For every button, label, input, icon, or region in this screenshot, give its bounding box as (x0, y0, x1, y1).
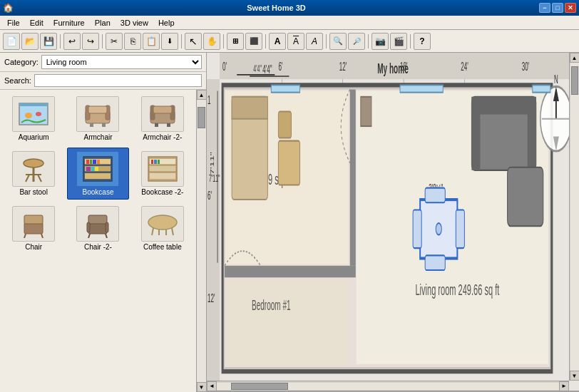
vscroll-bar[interactable]: ▲ ▼ (569, 53, 579, 381)
hscroll-bar[interactable]: ◄ ► (207, 381, 569, 391)
menu-help[interactable]: Help (154, 17, 179, 29)
svg-text:12': 12' (207, 292, 215, 305)
furniture-item-chair[interactable]: Chair (3, 202, 64, 254)
svg-rect-27 (86, 160, 89, 164)
video-button[interactable]: 🎬 (390, 33, 407, 50)
furniture-scrollbar[interactable]: ▲ ▼ (196, 90, 206, 392)
open-button[interactable]: 📂 (21, 33, 39, 50)
svg-rect-14 (155, 123, 158, 127)
chair-icon (12, 206, 55, 242)
search-bar: Search: (0, 72, 206, 90)
barstool-icon (12, 151, 55, 187)
menu-3dview[interactable]: 3D view (116, 17, 153, 29)
menu-edit[interactable]: Edit (26, 17, 48, 29)
svg-rect-83 (225, 279, 349, 364)
paste-button[interactable]: 📋 (143, 33, 160, 50)
wall-button[interactable]: ⊞ (227, 33, 244, 50)
furniture-item-bookcase[interactable]: Bookcase (67, 148, 128, 200)
vscroll-thumb[interactable] (571, 66, 578, 95)
maximize-button[interactable]: □ (552, 3, 563, 13)
svg-text:Bedroom #1: Bedroom #1 (252, 296, 291, 313)
close-button[interactable]: ✕ (565, 3, 576, 13)
vscroll-down[interactable]: ▼ (570, 371, 580, 381)
sep5 (265, 34, 266, 48)
text-a2-button[interactable]: A (287, 33, 304, 50)
sep3 (181, 34, 182, 48)
armchair2-icon (141, 96, 184, 132)
left-panel: Category: Living room Bedroom Kitchen Ba… (0, 53, 207, 392)
svg-rect-33 (95, 167, 98, 171)
svg-text:1: 1 (207, 93, 210, 107)
furniture-item-coffee[interactable]: Coffee table (132, 202, 193, 254)
search-input[interactable] (34, 74, 202, 87)
room-button[interactable]: ⬛ (245, 33, 262, 50)
zoom-in-button[interactable]: 🔍 (329, 33, 347, 50)
svg-rect-48 (88, 215, 107, 224)
svg-line-20 (38, 175, 41, 182)
import-button[interactable]: ⬇ (161, 33, 178, 50)
scroll-thumb[interactable] (198, 107, 205, 128)
svg-rect-102 (471, 97, 480, 170)
aquarium-icon (12, 96, 55, 132)
menu-plan[interactable]: Plan (91, 17, 115, 29)
svg-text:0': 0' (222, 59, 227, 73)
redo-button[interactable]: ↪ (82, 33, 99, 50)
svg-text:12': 12' (339, 59, 347, 73)
barstool-label: Bar stool (19, 188, 47, 196)
text-a3-button[interactable]: A (306, 33, 323, 50)
svg-rect-28 (90, 160, 92, 164)
furniture-item-bookcase2[interactable]: Bookcase -2- (132, 148, 193, 200)
furniture-item-barstool[interactable]: Bar stool (3, 148, 64, 200)
scroll-down[interactable]: ▼ (197, 382, 207, 392)
aquarium-label: Aquarium (19, 133, 49, 141)
minimize-button[interactable]: − (539, 3, 550, 13)
help-button[interactable]: ? (414, 33, 431, 50)
svg-point-3 (36, 112, 41, 116)
undo-button[interactable]: ↩ (63, 33, 81, 50)
svg-point-53 (148, 215, 177, 229)
svg-text:6': 6' (278, 59, 282, 73)
furniture-item-armchair[interactable]: Armchair (67, 93, 128, 145)
svg-rect-96 (456, 210, 464, 249)
svg-text:My home: My home (377, 60, 408, 76)
pan-button[interactable]: ✋ (203, 33, 220, 50)
svg-text:30': 30' (522, 59, 529, 73)
furniture-item-chair2[interactable]: Chair -2- (67, 202, 128, 254)
cut-button[interactable]: ✂ (106, 33, 123, 50)
menu-furniture[interactable]: Furniture (49, 17, 89, 29)
text-a-button[interactable]: A (269, 33, 286, 50)
menu-file[interactable]: File (3, 17, 24, 29)
scroll-up[interactable]: ▲ (197, 90, 207, 100)
svg-text:Living room  249.66 sq ft: Living room 249.66 sq ft (415, 281, 499, 299)
titlebar: 🏠 Sweet Home 3D − □ ✕ (0, 0, 579, 16)
vscroll-up[interactable]: ▲ (570, 53, 580, 63)
svg-text:7'11": 7'11" (210, 152, 215, 175)
svg-text:24': 24' (461, 59, 468, 73)
sep2 (102, 34, 103, 48)
furniture-item-aquarium[interactable]: Aquarium (3, 93, 64, 145)
save-button[interactable]: 💾 (40, 33, 57, 50)
svg-point-16 (24, 159, 43, 167)
svg-point-2 (25, 113, 32, 118)
svg-rect-116 (400, 85, 443, 92)
select-button[interactable]: ↖ (185, 33, 202, 50)
category-select[interactable]: Living room Bedroom Kitchen Bathroom Off… (41, 55, 202, 69)
hscroll-right[interactable]: ► (559, 381, 569, 391)
photo-button[interactable]: 📷 (372, 33, 389, 50)
hscroll-left[interactable]: ◄ (207, 381, 217, 391)
svg-rect-42 (158, 160, 160, 164)
sep7 (368, 34, 369, 48)
svg-rect-105 (361, 97, 372, 126)
furniture-item-armchair2[interactable]: Armchair -2- (132, 93, 193, 145)
svg-rect-103 (528, 97, 536, 170)
copy-button[interactable]: ⎘ (124, 33, 141, 50)
svg-rect-98 (425, 255, 445, 270)
zoom-out-button[interactable]: 🔎 (348, 33, 365, 50)
new-button[interactable]: 📄 (3, 33, 20, 50)
chair2-icon (76, 206, 119, 242)
floorplan-area[interactable]: 0' 6' 12' 18' 24' 30' 4'4" My home 1 6' … (207, 53, 579, 392)
svg-rect-91 (232, 97, 267, 119)
sep6 (326, 34, 327, 48)
furniture-area: Aquarium (0, 90, 206, 392)
hscroll-thumb[interactable] (231, 383, 288, 390)
